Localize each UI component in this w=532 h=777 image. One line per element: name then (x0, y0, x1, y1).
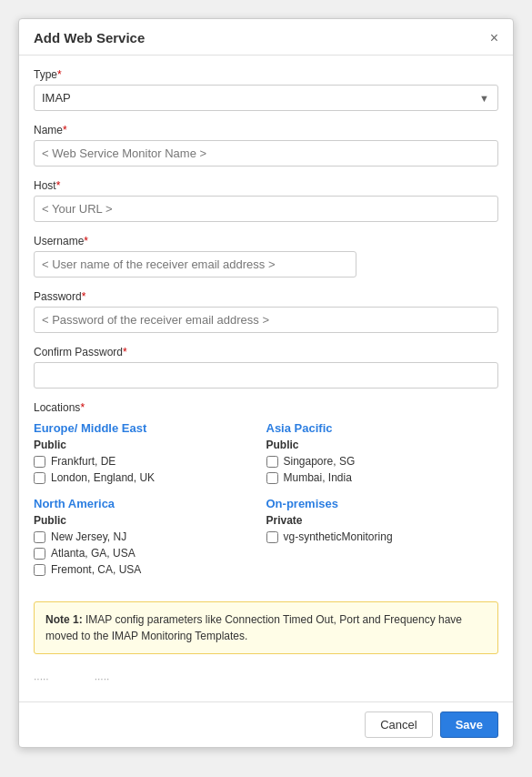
name-label: Name* (34, 124, 498, 136)
region-na-type: Public (34, 514, 259, 527)
list-item: Mumbai, India (266, 471, 492, 484)
region-asia-type: Public (266, 439, 492, 451)
region-europe-name: Europe/ Middle East (34, 421, 259, 435)
list-item: Frankfurt, DE (34, 455, 259, 468)
type-select-wrapper: IMAP HTTP FTP ▼ (34, 85, 498, 111)
dialog-title: Add Web Service (34, 30, 145, 45)
confirm-password-input[interactable] (34, 362, 498, 388)
dialog-footer: Cancel Save (19, 701, 513, 747)
type-group: Type* IMAP HTTP FTP ▼ (34, 68, 498, 111)
type-select[interactable]: IMAP HTTP FTP (34, 85, 498, 111)
region-on-premises: On-premises Private vg-syntheticMonitori… (266, 497, 499, 589)
name-input[interactable] (34, 140, 498, 166)
mumbai-checkbox[interactable] (266, 472, 278, 484)
dialog-header: Add Web Service × (19, 19, 513, 56)
confirm-password-label: Confirm Password* (34, 346, 498, 358)
password-group: Password* (34, 290, 498, 333)
username-label: Username* (34, 235, 498, 247)
host-group: Host* (34, 179, 498, 222)
list-item: New Jersey, NJ (34, 530, 259, 543)
list-item: London, England, UK (34, 471, 259, 484)
region-na-name: North America (34, 497, 259, 510)
region-europe-type: Public (34, 439, 259, 451)
atlanta-checkbox[interactable] (34, 548, 45, 560)
region-north-america: North America Public New Jersey, NJ Atla… (34, 497, 266, 589)
cancel-button[interactable]: Cancel (365, 711, 432, 738)
password-label: Password* (34, 290, 498, 303)
region-asia: Asia Pacific Public Singapore, SG Mumbai… (266, 421, 499, 497)
host-input[interactable] (34, 196, 498, 222)
note-box: Note 1: IMAP config parameters like Conn… (34, 601, 498, 654)
list-item: Singapore, SG (266, 455, 492, 468)
list-item: Fremont, CA, USA (34, 563, 259, 576)
locations-grid: Europe/ Middle East Public Frankfurt, DE… (34, 421, 498, 589)
username-input[interactable] (34, 251, 356, 278)
locations-section: Locations* Europe/ Middle East Public Fr… (34, 401, 498, 589)
list-item: vg-syntheticMonitoring (266, 530, 492, 543)
save-button[interactable]: Save (440, 711, 498, 738)
locations-label: Locations* (34, 401, 498, 414)
password-input[interactable] (34, 307, 498, 333)
region-europe: Europe/ Middle East Public Frankfurt, DE… (34, 421, 266, 497)
note-label: Note 1: (45, 613, 83, 626)
list-item: Atlanta, GA, USA (34, 547, 259, 560)
bottom-partial-row: ····· ····· (34, 667, 498, 689)
partial-label-right: ····· (95, 672, 110, 685)
host-label: Host* (34, 179, 498, 192)
fremont-checkbox[interactable] (34, 564, 45, 576)
london-checkbox[interactable] (34, 472, 45, 484)
confirm-password-group: Confirm Password* (34, 346, 498, 388)
region-op-type: Private (266, 514, 492, 527)
note-text: IMAP config parameters like Connection T… (45, 613, 462, 642)
dialog-body: Type* IMAP HTTP FTP ▼ Name* Host* (19, 56, 513, 701)
region-op-name: On-premises (266, 497, 492, 510)
add-web-service-dialog: Add Web Service × Type* IMAP HTTP FTP ▼ … (18, 18, 514, 748)
close-button[interactable]: × (490, 31, 498, 45)
type-label: Type* (34, 68, 498, 81)
frankfurt-checkbox[interactable] (34, 456, 45, 468)
username-group: Username* (34, 235, 498, 278)
singapore-checkbox[interactable] (266, 456, 278, 468)
newjersey-checkbox[interactable] (34, 531, 45, 543)
name-group: Name* (34, 124, 498, 166)
partial-label-left: ····· (34, 672, 49, 685)
vg-checkbox[interactable] (266, 531, 278, 543)
region-asia-name: Asia Pacific (266, 421, 492, 435)
